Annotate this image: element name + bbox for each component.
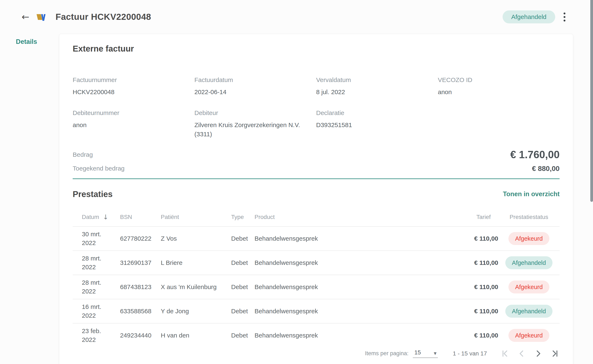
sidebar: Details	[0, 34, 59, 46]
field-label: Debiteurnummer	[73, 108, 186, 117]
back-button[interactable]: ←	[20, 12, 31, 22]
arrow-back-icon: ←	[22, 12, 29, 22]
column-header-product: Product	[254, 214, 443, 221]
cell-patient: Y de Jong	[161, 308, 231, 315]
table-header-row: Datum ↓ BSN Patiënt Type Product Tarief …	[73, 208, 560, 227]
cell-datum: 23 feb. 2022	[73, 327, 120, 343]
app-logo-icon	[36, 12, 46, 21]
chevron-right-icon	[534, 349, 543, 358]
field-factuurnummer: Factuurnummer HCKV2200048	[73, 75, 194, 97]
vertical-scrollbar[interactable]	[590, 0, 593, 202]
column-header-bsn: BSN	[120, 214, 161, 221]
page-title: Factuur HCKV2200048	[56, 12, 151, 22]
status-badge: Afgehandeld	[505, 305, 553, 318]
column-header-prestatiestatus: Prestatiestatus	[498, 214, 560, 221]
invoice-fields: Factuurnummer HCKV2200048 Factuurdatum 2…	[73, 75, 560, 139]
field-label: Vervaldatum	[316, 75, 430, 84]
more-options-button[interactable]	[561, 10, 567, 24]
last-page-button[interactable]	[550, 349, 560, 358]
cell-datum: 28 mrt. 2022	[73, 254, 120, 272]
pager-controls	[500, 349, 560, 358]
table-row: 30 mrt. 2022 627780222 Z Vos Debet Behan…	[73, 227, 560, 251]
cell-status: Afgehandeld	[498, 256, 560, 269]
field-value: 8 jul. 2022	[316, 87, 430, 97]
field-value: HCKV2200048	[73, 87, 186, 97]
column-header-patient: Patiënt	[161, 214, 231, 221]
column-header-datum[interactable]: Datum ↓	[73, 213, 120, 221]
first-page-icon	[500, 349, 509, 358]
last-page-icon	[550, 349, 560, 358]
chevron-down-icon: ▼	[434, 351, 437, 356]
cell-bsn: 687438123	[120, 283, 161, 291]
field-factuurdatum: Factuurdatum 2022-06-14	[194, 75, 316, 97]
column-label: Datum	[82, 214, 99, 221]
cell-status: Afgekeurd	[498, 232, 560, 245]
column-header-tarief: Tarief	[443, 214, 498, 221]
amount-label: Bedrag	[73, 150, 93, 159]
invoice-section-title: Externe factuur	[73, 44, 560, 54]
cell-patient: X aus 'm Kuilenburg	[161, 283, 231, 291]
top-bar: ← Factuur HCKV2200048 Afgehandeld	[0, 0, 593, 34]
cell-status: Afgekeurd	[498, 329, 560, 342]
field-declaratie: Declaratie D393251581	[316, 108, 438, 139]
table-row: 23 feb. 2022 249234440 H van den Debet B…	[73, 324, 560, 343]
cell-tarief: € 110,00	[443, 332, 498, 339]
cell-datum: 30 mrt. 2022	[73, 230, 120, 247]
next-page-button[interactable]	[534, 349, 543, 358]
field-vecozo-id: VECOZO ID anon	[438, 75, 560, 97]
prestaties-section-title: Prestaties	[73, 189, 112, 199]
invoice-card: Externe factuur Factuurnummer HCKV220004…	[59, 34, 573, 364]
cell-product: Behandelwensgesprek	[254, 308, 443, 315]
table-row: 16 mrt. 2022 633588568 Y de Jong Debet B…	[73, 299, 560, 324]
sort-desc-icon: ↓	[103, 213, 108, 221]
chevron-left-icon	[517, 349, 526, 358]
cell-bsn: 633588568	[120, 308, 161, 315]
cell-product: Behandelwensgesprek	[254, 235, 443, 242]
field-value: anon	[73, 120, 186, 130]
cell-type: Debet	[231, 308, 254, 315]
cell-patient: L Briere	[161, 259, 231, 266]
first-page-button[interactable]	[500, 349, 509, 358]
cell-product: Behandelwensgesprek	[254, 259, 443, 266]
amount-row-bedrag: Bedrag € 1.760,00	[73, 148, 560, 161]
field-label: Debiteur	[194, 108, 308, 117]
cell-product: Behandelwensgesprek	[254, 283, 443, 291]
status-badge: Afgekeurd	[508, 232, 549, 245]
cell-type: Debet	[231, 235, 254, 242]
cell-patient: H van den	[161, 332, 231, 339]
show-in-overview-link[interactable]: Tonen in overzicht	[503, 190, 560, 198]
items-per-page-select[interactable]: 15 ▼	[413, 349, 438, 358]
items-per-page-value: 15	[414, 349, 421, 356]
previous-page-button[interactable]	[517, 349, 526, 358]
paginator: Items per pagina: 15 ▼ 1 - 15 van 17	[73, 343, 560, 364]
field-value: D393251581	[316, 120, 430, 130]
status-badge: Afgehandeld	[505, 256, 553, 269]
page-range-label: 1 - 15 van 17	[453, 350, 487, 357]
field-value: 2022-06-14	[194, 87, 308, 97]
section-divider	[73, 178, 560, 179]
field-debiteurnummer: Debiteurnummer anon	[73, 108, 194, 139]
sidebar-item-details[interactable]: Details	[16, 38, 59, 46]
field-value: Zilveren Kruis Zorgverzekeringen N.V. (3…	[194, 120, 308, 139]
amount-value: € 880,00	[532, 164, 560, 173]
column-header-type: Type	[231, 214, 254, 221]
items-per-page-label: Items per pagina:	[365, 350, 409, 357]
field-label: Factuurdatum	[194, 75, 308, 84]
status-badge: Afgekeurd	[508, 329, 549, 342]
prestaties-header: Prestaties Tonen in overzicht	[73, 189, 560, 199]
cell-product: Behandelwensgesprek	[254, 332, 443, 339]
field-value: anon	[438, 87, 551, 97]
main-layout: Details Externe factuur Factuurnummer HC…	[0, 34, 593, 364]
cell-status: Afgekeurd	[498, 280, 560, 294]
field-vervaldatum: Vervaldatum 8 jul. 2022	[316, 75, 438, 97]
cell-tarief: € 110,00	[443, 259, 498, 266]
amount-value: € 1.760,00	[510, 148, 560, 161]
status-badge: Afgekeurd	[508, 280, 549, 294]
cell-type: Debet	[231, 283, 254, 291]
cell-patient: Z Vos	[161, 235, 231, 242]
cell-bsn: 249234440	[120, 332, 161, 339]
field-label: Factuurnummer	[73, 75, 186, 84]
amounts-block: Bedrag € 1.760,00 Toegekend bedrag € 880…	[73, 148, 560, 173]
field-debiteur: Debiteur Zilveren Kruis Zorgverzekeringe…	[194, 108, 316, 139]
status-badge: Afgehandeld	[502, 10, 555, 23]
